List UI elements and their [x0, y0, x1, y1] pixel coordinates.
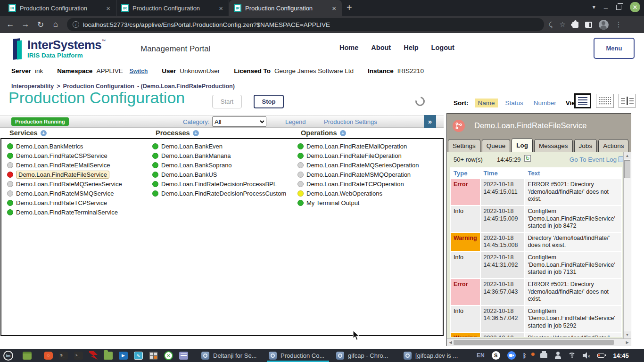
panel-tab-messages[interactable]: Messages — [534, 139, 573, 152]
panel-tab-queue[interactable]: Queue — [482, 139, 511, 152]
horizontal-scroll-thumb[interactable] — [454, 340, 614, 345]
extensions-icon[interactable] — [572, 22, 578, 28]
user-tray-icon[interactable] — [554, 352, 561, 359]
category-select[interactable]: All — [212, 116, 266, 127]
config-item[interactable]: Demo.Loan.BankManana — [152, 151, 286, 160]
split-view-icon[interactable] — [619, 94, 636, 108]
add-item-icon[interactable]: + — [41, 130, 47, 136]
config-item[interactable]: Demo.Loan.FindRateCSPService — [7, 151, 122, 160]
vertical-scroll-thumb[interactable] — [624, 160, 630, 178]
scroll-left-arrow-icon[interactable]: ◀ — [447, 339, 454, 346]
sort-option-name[interactable]: Name — [475, 99, 498, 107]
close-window-button[interactable]: ✕ — [630, 2, 640, 12]
panel-tab-actions[interactable]: Actions — [598, 139, 628, 152]
start-button[interactable]: Start — [212, 95, 242, 108]
config-item[interactable]: Demo.Loan.FindRateDecisionProcessBPL — [152, 179, 286, 189]
stop-button[interactable]: Stop — [254, 95, 284, 108]
config-item[interactable]: Demo.Loan.FindRateFileService — [7, 170, 122, 179]
vscode-icon[interactable]: ▶ — [119, 352, 128, 360]
go-to-event-log-link[interactable]: Go To Event Log — [570, 156, 617, 163]
tab-close-icon[interactable]: × — [331, 4, 337, 12]
config-item[interactable]: Demo.Loan.FindRateMSMQOperation — [297, 170, 419, 179]
mint-menu-icon[interactable]: lm — [3, 351, 13, 361]
terminal-icon-2[interactable]: >_ — [74, 352, 83, 360]
back-icon[interactable]: ← — [3, 20, 18, 29]
browser-menu-icon[interactable]: ⋮ — [615, 20, 622, 29]
legend-link[interactable]: Legend — [285, 118, 305, 125]
config-item[interactable]: Demo.Loan.FindRateDecisionProcessCustom — [152, 189, 286, 198]
tab-search-chevron-icon[interactable]: ▾ — [593, 4, 595, 10]
system-monitor-icon[interactable]: ∿ — [134, 352, 143, 360]
config-item[interactable]: Demo.Loan.BankEven — [152, 141, 286, 151]
nav-link-about[interactable]: About — [371, 44, 391, 51]
new-tab-button[interactable]: + — [347, 2, 352, 13]
config-item[interactable]: My Terminal Output — [297, 198, 419, 207]
config-item[interactable]: Demo.Loan.FindRateMSMQService — [7, 189, 122, 198]
config-item[interactable]: Demo.Loan.BankSoprano — [152, 160, 286, 170]
config-item[interactable]: Demo.Loan.WebOperations — [297, 189, 419, 198]
panel-tab-settings[interactable]: Settings — [448, 139, 480, 152]
address-bar[interactable]: i localhost:52773/csp/applive/EnsPortal.… — [67, 18, 544, 31]
taskbar-window-button[interactable]: Deltanji for Se... — [198, 349, 266, 362]
log-refresh-icon[interactable]: ↻ — [524, 155, 531, 162]
production-settings-link[interactable]: Production Settings — [324, 118, 377, 125]
wifi-icon[interactable] — [568, 353, 576, 358]
namespace-switch-link[interactable]: Switch — [130, 68, 148, 74]
restore-button[interactable] — [616, 5, 621, 10]
config-item[interactable]: Demo.Loan.BankUS — [152, 170, 286, 179]
bookmark-star-icon[interactable]: ☆ — [559, 20, 565, 29]
tab-close-icon[interactable]: × — [218, 4, 224, 12]
terminal-icon[interactable]: $_ — [59, 352, 68, 360]
sort-option-number[interactable]: Number — [531, 99, 559, 107]
grid-view-icon[interactable] — [596, 94, 614, 108]
scroll-down-arrow-icon[interactable]: ▼ — [624, 331, 631, 338]
scroll-up-arrow-icon[interactable]: ▲ — [624, 152, 631, 159]
site-info-icon[interactable]: i — [73, 21, 79, 28]
skype-tray-icon[interactable]: S — [492, 351, 500, 360]
panel-tab-log[interactable]: Log — [512, 138, 533, 152]
tab-close-icon[interactable]: × — [105, 4, 111, 12]
taskbar-window-button[interactable]: [gifcap.dev is ... — [401, 349, 468, 362]
add-item-icon[interactable]: + — [193, 130, 199, 136]
browser-tab[interactable]: IRProduction Configuration× — [116, 0, 229, 16]
nav-link-home[interactable]: Home — [339, 44, 358, 51]
config-item[interactable]: Demo.Loan.FindRateMQSeriesOperation — [297, 160, 419, 170]
expand-panel-button[interactable]: » — [424, 115, 436, 128]
taskbar-window-button[interactable]: Production Co... — [266, 349, 333, 362]
notes-icon[interactable] — [179, 352, 188, 360]
panel-tab-jobs[interactable]: Jobs — [574, 139, 597, 152]
profile-avatar[interactable] — [599, 20, 609, 30]
taskbar-window-button[interactable]: gifcap - Chro... — [333, 349, 401, 362]
language-indicator[interactable]: EN — [477, 352, 485, 359]
config-item[interactable]: Demo.Loan.FindRateMQSeriesService — [7, 179, 122, 189]
config-item[interactable]: Demo.Loan.BankMetrics — [7, 141, 122, 151]
config-item[interactable]: Demo.Loan.FindRateEMailOperation — [297, 141, 419, 151]
folder-icon[interactable] — [104, 352, 113, 360]
menu-button[interactable]: Menu — [594, 38, 635, 59]
xterm-icon[interactable]: ✕ — [164, 351, 173, 360]
forward-icon[interactable]: → — [18, 20, 33, 29]
minimize-button[interactable]: – — [604, 3, 608, 11]
share-icon[interactable]: ⤹ — [549, 21, 553, 29]
nav-link-help[interactable]: Help — [404, 44, 418, 51]
scroll-right-arrow-icon[interactable]: ▶ — [624, 339, 631, 346]
battery-icon[interactable] — [597, 354, 604, 358]
nav-link-logout[interactable]: Logout — [431, 44, 454, 51]
list-view-icon[interactable] — [574, 93, 591, 108]
bluetooth-icon[interactable]: ᛒ — [523, 352, 527, 359]
add-item-icon[interactable]: + — [340, 130, 346, 136]
sort-option-status[interactable]: Status — [503, 99, 526, 107]
config-item[interactable]: Demo.Loan.FindRateFileOperation — [297, 151, 419, 160]
config-item[interactable]: Demo.Loan.FindRateEMailService — [7, 160, 122, 170]
browser-tab[interactable]: IRProduction Configuration× — [4, 0, 116, 16]
calculator-icon[interactable] — [149, 352, 158, 360]
sidebar-toggle-icon[interactable] — [585, 22, 592, 28]
deltanji-icon[interactable] — [89, 351, 98, 360]
config-item[interactable]: Demo.Loan.FindRateTerminalService — [7, 207, 122, 217]
config-item[interactable]: Demo.Loan.FindRateTCPOperation — [297, 179, 419, 189]
orange-app-icon[interactable]: ◌ — [44, 352, 53, 360]
file-manager-icon[interactable] — [23, 352, 32, 360]
zoom-tray-icon[interactable] — [507, 351, 516, 360]
home-icon[interactable]: ⌂ — [48, 20, 63, 29]
config-item[interactable]: Demo.Loan.FindRateTCPService — [7, 198, 122, 207]
